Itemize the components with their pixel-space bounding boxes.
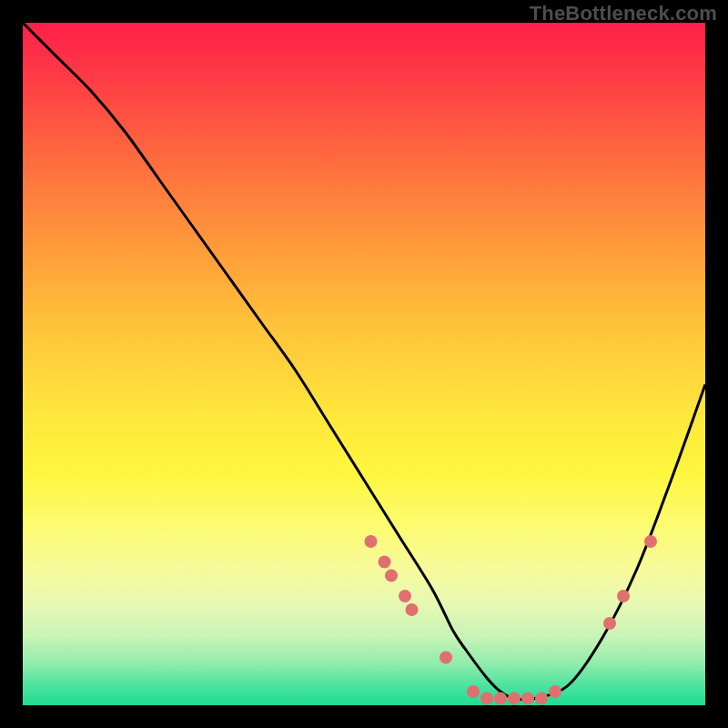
dot-right-1 xyxy=(603,617,616,630)
curve-markers xyxy=(365,535,658,705)
dot-left-2 xyxy=(379,556,391,569)
curve-svg xyxy=(23,23,705,705)
plot-area xyxy=(23,23,705,705)
dot-bottom-5 xyxy=(521,693,534,705)
dot-left-4 xyxy=(399,590,411,602)
dot-left-1 xyxy=(365,535,378,548)
dot-left-3 xyxy=(385,570,398,582)
dot-bottom-7 xyxy=(549,685,561,698)
dot-right-2 xyxy=(617,590,630,602)
dot-left-6 xyxy=(440,652,452,664)
watermark-label: TheBottleneck.com xyxy=(530,2,717,25)
dot-bottom-2 xyxy=(480,693,493,705)
dot-bottom-6 xyxy=(535,693,548,705)
bottleneck-curve xyxy=(23,23,705,700)
dot-bottom-4 xyxy=(508,693,521,705)
dot-bottom-1 xyxy=(467,685,480,698)
dot-bottom-3 xyxy=(494,693,507,705)
dot-left-5 xyxy=(406,603,419,616)
dot-right-3 xyxy=(644,535,657,548)
chart-container: TheBottleneck.com xyxy=(0,0,728,728)
